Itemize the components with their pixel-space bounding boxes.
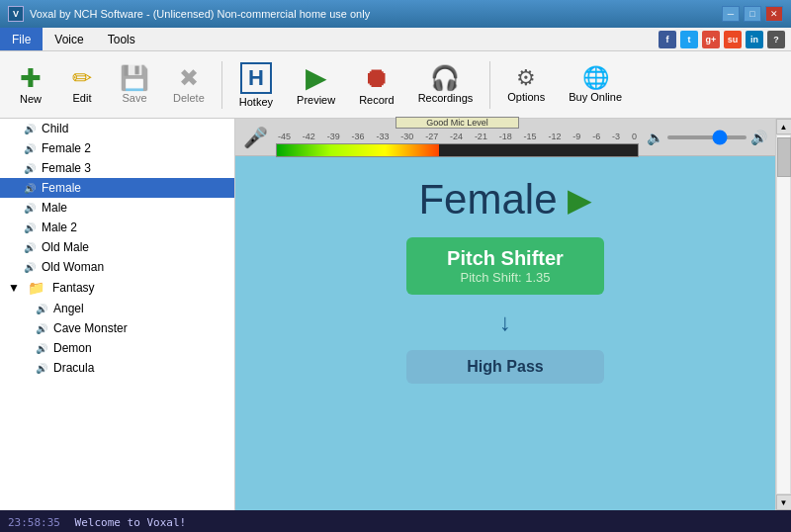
record-icon: ⏺ — [363, 64, 391, 92]
voice-speaker-icon: 🔊 — [36, 323, 47, 334]
toolbar: ✚ New ✏ Edit 💾 Save ✖ Delete H Hotkey ▶ … — [0, 51, 791, 119]
app-icon: V — [8, 6, 24, 22]
voice-name-text: Female — [418, 176, 557, 223]
voice-label-cavemonster: Cave Monster — [53, 321, 128, 335]
facebook-icon[interactable]: f — [659, 31, 676, 48]
play-voice-button[interactable]: ▶ — [568, 181, 592, 219]
menu-tools[interactable]: Tools — [96, 28, 147, 50]
right-panel: 🎤 Good Mic Level -45 -42 -39 -36 -33 -30… — [235, 119, 775, 510]
title-bar-left: V Voxal by NCH Software - (Unlicensed) N… — [8, 6, 370, 22]
pitch-shifter-box[interactable]: Pitch Shifter Pitch Shift: 1.35 — [406, 237, 604, 295]
scroll-down-button[interactable]: ▼ — [776, 494, 792, 510]
voice-item-fantasy-cat[interactable]: ▼ 📁 Fantasy — [0, 277, 234, 299]
voice-item-oldmale[interactable]: 🔊 Old Male — [0, 237, 234, 257]
delete-button[interactable]: ✖ Delete — [162, 57, 216, 113]
expand-icon: ▼ — [8, 281, 20, 295]
preview-icon: ▶ — [306, 64, 327, 92]
volume-icon: 🔈 — [647, 130, 663, 145]
voice-speaker-icon: 🔊 — [24, 124, 36, 134]
effect-param: Pitch Shift: 1.35 — [436, 270, 574, 285]
save-button[interactable]: 💾 Save — [109, 57, 160, 113]
voice-label-fantasy: Fantasy — [52, 281, 95, 295]
voice-speaker-icon: 🔊 — [36, 304, 47, 314]
log-line-1: 23:58:35 Welcome to Voxal! — [8, 514, 783, 532]
level-indicator — [277, 144, 439, 156]
voice-item-dracula[interactable]: 🔊 Dracula — [0, 358, 234, 378]
delete-label: Delete — [173, 92, 205, 104]
google-icon[interactable]: g+ — [702, 31, 720, 48]
options-button[interactable]: ⚙ Options — [496, 57, 556, 113]
log-text-1: Welcome to Voxal! — [75, 516, 187, 529]
title-bar: V Voxal by NCH Software - (Unlicensed) N… — [0, 0, 791, 28]
voice-name-display: Female ▶ — [418, 176, 591, 223]
good-mic-region: Good Mic Level — [276, 117, 639, 129]
voice-item-cavemonster[interactable]: 🔊 Cave Monster — [0, 318, 234, 338]
level-container: Good Mic Level -45 -42 -39 -36 -33 -30 -… — [276, 117, 639, 157]
voice-item-male[interactable]: 🔊 Male — [0, 198, 234, 218]
voice-item-female2[interactable]: 🔊 Female 2 — [0, 138, 234, 158]
voice-speaker-icon: 🔊 — [36, 343, 47, 354]
log-time-1: 23:58:35 — [8, 516, 60, 529]
voice-item-male2[interactable]: 🔊 Male 2 — [0, 218, 234, 237]
volume-high-icon: 🔊 — [750, 130, 767, 145]
close-button[interactable]: ✕ — [765, 6, 783, 22]
log-area: 23:58:35 Welcome to Voxal! 23:58:35 Voxa… — [0, 510, 791, 532]
microphone-icon: 🎤 — [243, 126, 268, 149]
voice-label-angel: Angel — [53, 302, 84, 315]
level-numbers: -45 -42 -39 -36 -33 -30 -27 -24 -21 -18 … — [276, 132, 639, 141]
scroll-thumb[interactable] — [777, 137, 791, 177]
voice-speaker-icon: 🔊 — [36, 363, 47, 374]
social-bar: f t g+ su in ? — [659, 31, 791, 48]
scroll-up-button[interactable]: ▲ — [776, 119, 792, 134]
volume-slider[interactable] — [667, 135, 747, 139]
toolbar-separator-2 — [489, 61, 490, 109]
toolbar-separator-1 — [221, 61, 222, 109]
voice-item-child[interactable]: 🔊 Child — [0, 119, 234, 138]
preview-label: Preview — [297, 94, 335, 106]
voice-item-angel[interactable]: 🔊 Angel — [0, 299, 234, 318]
linkedin-icon[interactable]: in — [746, 31, 763, 48]
new-label: New — [20, 93, 42, 105]
volume-control: 🔈 🔊 — [647, 130, 767, 145]
edit-label: Edit — [73, 92, 92, 104]
window-controls[interactable]: ─ □ ✕ — [722, 6, 783, 22]
voice-label-male: Male — [42, 201, 67, 215]
effect2-name: High Pass — [436, 358, 574, 376]
recordings-button[interactable]: 🎧 Recordings — [407, 57, 484, 113]
down-arrow-icon: ↓ — [499, 309, 511, 336]
voice-speaker-icon: 🔊 — [24, 242, 36, 253]
edit-button[interactable]: ✏ Edit — [57, 57, 107, 113]
voice-label-female2: Female 2 — [42, 141, 91, 155]
buy-online-button[interactable]: 🌐 Buy Online — [558, 57, 633, 113]
high-pass-box[interactable]: High Pass — [406, 350, 604, 384]
voice-label-oldwoman: Old Woman — [42, 260, 104, 274]
window-title: Voxal by NCH Software - (Unlicensed) Non… — [30, 8, 370, 20]
menu-file[interactable]: File — [0, 28, 43, 50]
voice-item-oldwoman[interactable]: 🔊 Old Woman — [0, 257, 234, 277]
voice-speaker-icon: 🔊 — [24, 183, 36, 194]
record-button[interactable]: ⏺ Record — [348, 57, 404, 113]
new-button[interactable]: ✚ New — [6, 57, 55, 113]
minimize-button[interactable]: ─ — [722, 6, 740, 22]
delete-icon: ✖ — [179, 66, 199, 90]
voice-list-panel: 🔊 Child 🔊 Female 2 🔊 Female 3 🔊 Female 🔊… — [0, 119, 235, 510]
voice-speaker-icon: 🔊 — [24, 262, 36, 273]
voice-item-female3[interactable]: 🔊 Female 3 — [0, 158, 234, 178]
options-label: Options — [507, 91, 545, 103]
voice-label-dracula: Dracula — [53, 361, 94, 375]
menu-voice[interactable]: Voice — [43, 28, 95, 50]
folder-icon: 📁 — [28, 280, 44, 296]
hotkey-button[interactable]: H Hotkey — [228, 57, 284, 113]
save-icon: 💾 — [120, 66, 149, 90]
preview-button[interactable]: ▶ Preview — [286, 57, 346, 113]
stumbleupon-icon[interactable]: su — [724, 31, 742, 48]
hotkey-icon: H — [240, 62, 272, 94]
help-icon[interactable]: ? — [767, 31, 785, 48]
twitter-icon[interactable]: t — [680, 31, 698, 48]
voice-item-demon[interactable]: 🔊 Demon — [0, 338, 234, 358]
hotkey-label: Hotkey — [239, 96, 273, 108]
maximize-button[interactable]: □ — [744, 6, 761, 22]
voice-label-female: Female — [42, 181, 81, 195]
mic-bar: 🎤 Good Mic Level -45 -42 -39 -36 -33 -30… — [235, 119, 775, 156]
voice-item-female[interactable]: 🔊 Female — [0, 178, 234, 198]
